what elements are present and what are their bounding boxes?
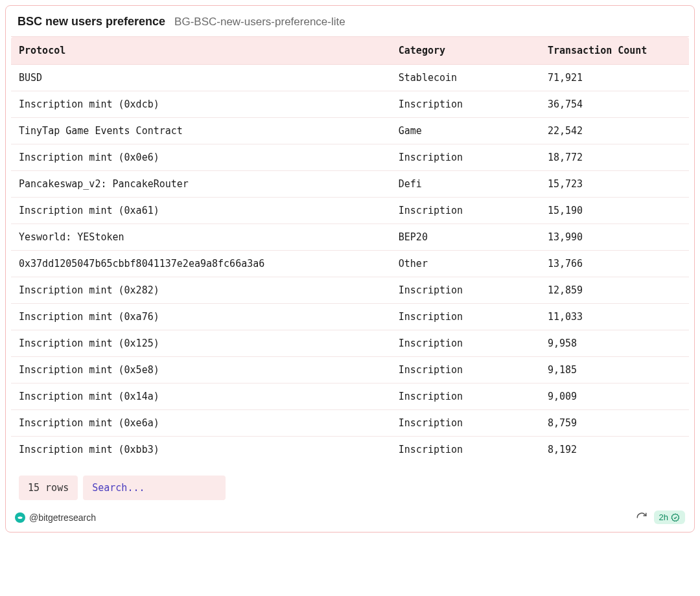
cell-category: Inscription: [391, 198, 540, 224]
card-title: BSC new users preference: [18, 15, 165, 29]
table-row: Pancakeswap_v2: PancakeRouterDefi15,723: [11, 171, 689, 198]
cell-category: Defi: [391, 171, 540, 198]
cell-count: 71,921: [540, 65, 689, 91]
cell-category: BEP20: [391, 224, 540, 251]
author-link[interactable]: @bitgetresearch: [15, 512, 96, 523]
cell-count: 15,190: [540, 198, 689, 224]
cell-category: Inscription: [391, 330, 540, 357]
cache-age-badge[interactable]: 2h: [654, 510, 685, 524]
refresh-icon[interactable]: [636, 512, 648, 523]
cell-category: Inscription: [391, 144, 540, 171]
author-avatar-icon: [15, 512, 25, 523]
table-row: TinyTap Game Events ContractGame22,542: [11, 118, 689, 144]
table-wrap: Protocol Category Transaction Count BUSD…: [6, 36, 694, 507]
cell-count: 8,759: [540, 410, 689, 437]
search-input[interactable]: [83, 476, 226, 500]
cell-count: 9,009: [540, 384, 689, 410]
cell-protocol: Pancakeswap_v2: PancakeRouter: [11, 171, 391, 198]
cell-category: Inscription: [391, 277, 540, 304]
table-row: Inscription mint (0xdcb)Inscription36,75…: [11, 91, 689, 118]
col-header-protocol[interactable]: Protocol: [11, 37, 391, 65]
cell-category: Inscription: [391, 410, 540, 437]
cell-category: Stablecoin: [391, 65, 540, 91]
table-row: Inscription mint (0xbb3)Inscription8,192: [11, 437, 689, 463]
cell-category: Inscription: [391, 304, 540, 330]
cell-count: 9,958: [540, 330, 689, 357]
col-header-count[interactable]: Transaction Count: [540, 37, 689, 65]
cell-protocol: BUSD: [11, 65, 391, 91]
cell-protocol: Inscription mint (0xa61): [11, 198, 391, 224]
cell-protocol: Inscription mint (0x282): [11, 277, 391, 304]
cache-age-label: 2h: [659, 512, 668, 522]
query-card: BSC new users preference BG-BSC-new-user…: [5, 5, 695, 533]
cell-protocol: Inscription mint (0xe6a): [11, 410, 391, 437]
table-row: Inscription mint (0xa61)Inscription15,19…: [11, 198, 689, 224]
cell-count: 9,185: [540, 357, 689, 384]
table-header-row: Protocol Category Transaction Count: [11, 37, 689, 65]
cell-category: Inscription: [391, 437, 540, 463]
cell-protocol: Inscription mint (0xdcb): [11, 91, 391, 118]
cell-protocol: Yesworld: YEStoken: [11, 224, 391, 251]
cell-protocol: Inscription mint (0xbb3): [11, 437, 391, 463]
cell-count: 11,033: [540, 304, 689, 330]
cell-protocol: Inscription mint (0x125): [11, 330, 391, 357]
cell-count: 36,754: [540, 91, 689, 118]
cell-protocol: Inscription mint (0x5e8): [11, 357, 391, 384]
table-row: Inscription mint (0xe6a)Inscription8,759: [11, 410, 689, 437]
card-subtitle: BG-BSC-new-users-preference-lite: [174, 16, 345, 29]
cell-protocol: Inscription mint (0x0e6): [11, 144, 391, 171]
cell-count: 18,772: [540, 144, 689, 171]
table-row: 0x37dd1205047b65cbbf8041137e2ea9a8fc66a3…: [11, 251, 689, 277]
verified-icon: [671, 513, 680, 522]
table-footer: 15 rows: [11, 463, 689, 507]
footer-right: 2h: [636, 510, 685, 524]
table-row: Yesworld: YEStokenBEP2013,990: [11, 224, 689, 251]
table-row: BUSDStablecoin71,921: [11, 65, 689, 91]
cell-count: 8,192: [540, 437, 689, 463]
cell-category: Inscription: [391, 357, 540, 384]
cell-count: 13,766: [540, 251, 689, 277]
cell-protocol: 0x37dd1205047b65cbbf8041137e2ea9a8fc66a3…: [11, 251, 391, 277]
cell-count: 13,990: [540, 224, 689, 251]
table-row: Inscription mint (0x125)Inscription9,958: [11, 330, 689, 357]
card-footer: @bitgetresearch 2h: [6, 507, 694, 532]
table-row: Inscription mint (0x282)Inscription12,85…: [11, 277, 689, 304]
cell-protocol: Inscription mint (0xa76): [11, 304, 391, 330]
table-row: Inscription mint (0x5e8)Inscription9,185: [11, 357, 689, 384]
cell-count: 15,723: [540, 171, 689, 198]
cell-category: Other: [391, 251, 540, 277]
cell-category: Inscription: [391, 91, 540, 118]
results-table: Protocol Category Transaction Count BUSD…: [11, 36, 689, 463]
col-header-category[interactable]: Category: [391, 37, 540, 65]
cell-category: Game: [391, 118, 540, 144]
cell-protocol: TinyTap Game Events Contract: [11, 118, 391, 144]
table-row: Inscription mint (0x14a)Inscription9,009: [11, 384, 689, 410]
row-count-badge: 15 rows: [19, 476, 78, 500]
card-header: BSC new users preference BG-BSC-new-user…: [6, 6, 694, 36]
cell-category: Inscription: [391, 384, 540, 410]
table-row: Inscription mint (0xa76)Inscription11,03…: [11, 304, 689, 330]
author-handle: @bitgetresearch: [29, 512, 96, 523]
table-row: Inscription mint (0x0e6)Inscription18,77…: [11, 144, 689, 171]
cell-count: 22,542: [540, 118, 689, 144]
cell-protocol: Inscription mint (0x14a): [11, 384, 391, 410]
cell-count: 12,859: [540, 277, 689, 304]
